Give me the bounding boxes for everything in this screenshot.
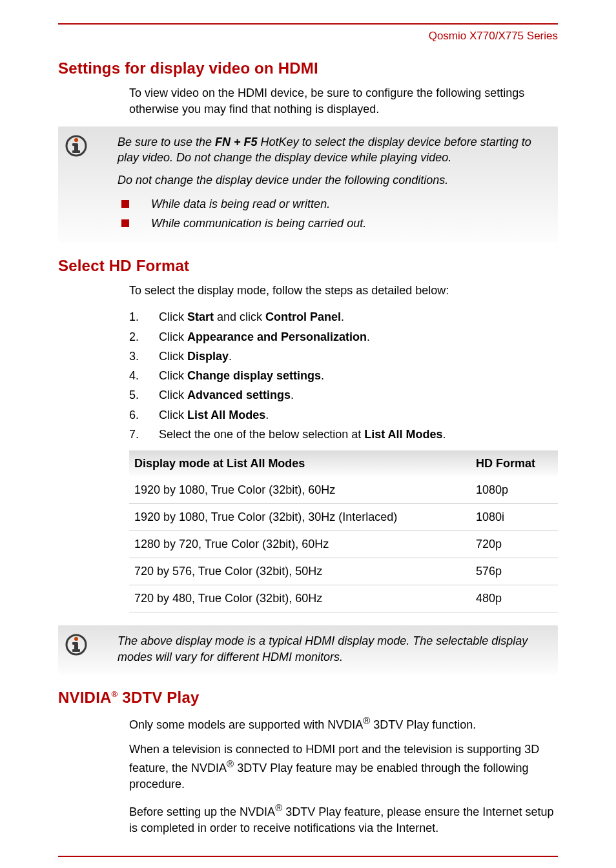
cell-format: 720p (471, 530, 558, 558)
cell-mode: 1920 by 1080, True Color (32bit), 30Hz (… (129, 503, 471, 530)
step-pre: Click (159, 330, 187, 343)
step-item: 6.Click List All Modes. (129, 405, 558, 425)
registered-icon: ® (227, 758, 234, 769)
step-suf: . (291, 389, 294, 401)
section3-p1: Only some models are supported with NVDI… (129, 714, 558, 733)
note1-p1-bold: FN + F5 (215, 136, 258, 148)
step-pre: Click (159, 350, 187, 363)
step-pre: Select the one of the below selection at (159, 428, 364, 441)
step-bold1: Advanced settings (187, 389, 291, 401)
step-pre: Click (159, 369, 187, 382)
top-rule (58, 23, 558, 25)
p1-post: 3DTV Play function. (370, 718, 476, 731)
step-item: 4.Click Change display settings. (129, 366, 558, 385)
step-num: 6. (129, 405, 149, 425)
step-num: 5. (129, 385, 149, 405)
step-suf: . (367, 330, 370, 343)
step-num: 4. (129, 366, 149, 385)
step-bold1: Appearance and Personalization (187, 330, 367, 343)
heading-pre: NVIDIA (58, 689, 112, 706)
table-row: 1280 by 720, True Color (32bit), 60Hz720… (129, 530, 558, 558)
cell-format: 1080p (471, 477, 558, 504)
step-num: 7. (129, 425, 149, 444)
note1-p1-pre: Be sure to use the (118, 136, 215, 148)
step-item: 2.Click Appearance and Personalization. (129, 327, 558, 347)
step-item: 7.Select the one of the below selection … (129, 425, 558, 444)
svg-point-1 (74, 138, 78, 142)
note1-item: While data is being read or written. (134, 195, 546, 214)
note1-list: While data is being read or written. Whi… (118, 195, 546, 233)
step-mid: and click (214, 310, 265, 323)
svg-rect-9 (72, 649, 80, 652)
step-bold1: List All Modes (364, 428, 442, 441)
table-row: 1920 by 1080, True Color (32bit), 30Hz (… (129, 503, 558, 530)
hd-format-table: Display mode at List All Modes HD Format… (129, 450, 558, 612)
step-item: 3.Click Display. (129, 347, 558, 366)
section2-intro: To select the display mode, follow the s… (129, 283, 558, 299)
note1-item: While communication is being carried out… (134, 214, 546, 234)
step-bold1: Display (187, 350, 229, 363)
table-header-mode: Display mode at List All Modes (129, 450, 471, 477)
step-suf: . (443, 428, 446, 441)
info-icon (63, 133, 89, 159)
step-pre: Click (159, 389, 187, 401)
section1-body: To view video on the HDMI device, be sur… (129, 85, 558, 117)
heading-select-hd-format: Select HD Format (58, 257, 558, 275)
step-num: 3. (129, 347, 149, 366)
step-bold2: Control Panel (265, 310, 341, 323)
note2-text: The above display mode is a typical HDMI… (118, 633, 546, 665)
step-suf: . (321, 369, 324, 382)
step-suf: . (341, 310, 344, 323)
heading-settings-hdmi: Settings for display video on HDMI (58, 59, 558, 77)
registered-icon: ® (275, 802, 282, 813)
step-bold1: List All Modes (187, 409, 265, 421)
note-box-1: Be sure to use the FN + F5 HotKey to sel… (58, 126, 558, 243)
p1-pre: Only some models are supported with NVDI… (129, 718, 363, 731)
registered-icon: ® (112, 689, 118, 699)
note1-p2: Do not change the display device under t… (118, 172, 546, 188)
step-num: 1. (129, 307, 149, 327)
table-row: 1920 by 1080, True Color (32bit), 60Hz10… (129, 477, 558, 504)
step-bold1: Change display settings (187, 369, 321, 382)
svg-rect-3 (72, 143, 77, 146)
bottom-rule (58, 856, 558, 857)
step-num: 2. (129, 327, 149, 347)
heading-nvidia-3dtv: NVIDIA® 3DTV Play (58, 689, 558, 707)
info-icon (63, 632, 89, 658)
svg-rect-8 (72, 642, 77, 645)
step-item: 1.Click Start and click Control Panel. (129, 307, 558, 327)
step-item: 5.Click Advanced settings. (129, 385, 558, 405)
cell-mode: 1280 by 720, True Color (32bit), 60Hz (129, 530, 471, 558)
step-pre: Click (159, 310, 187, 323)
cell-format: 480p (471, 585, 558, 612)
table-header-format: HD Format (471, 450, 558, 477)
note-box-2: The above display mode is a typical HDMI… (58, 625, 558, 674)
step-suf: . (229, 350, 232, 363)
p3-pre: Before setting up the NVDIA (129, 805, 275, 818)
cell-mode: 1920 by 1080, True Color (32bit), 60Hz (129, 477, 471, 504)
steps-list: 1.Click Start and click Control Panel. 2… (129, 307, 558, 444)
step-bold1: Start (187, 310, 214, 323)
cell-format: 1080i (471, 503, 558, 530)
table-row: 720 by 480, True Color (32bit), 60Hz480p (129, 585, 558, 612)
section3-p2: When a television is connected to HDMI p… (129, 742, 558, 792)
cell-format: 576p (471, 558, 558, 585)
svg-point-6 (74, 637, 78, 641)
cell-mode: 720 by 576, True Color (32bit), 50Hz (129, 558, 471, 585)
table-row: 720 by 576, True Color (32bit), 50Hz576p (129, 558, 558, 585)
note1-p1: Be sure to use the FN + F5 HotKey to sel… (118, 134, 546, 167)
heading-post: 3DTV Play (118, 689, 199, 706)
step-suf: . (265, 409, 269, 421)
section3-p3: Before setting up the NVDIA® 3DTV Play f… (129, 802, 558, 836)
step-pre: Click (159, 409, 187, 421)
series-header: Qosmio X770/X775 Series (58, 30, 558, 43)
cell-mode: 720 by 480, True Color (32bit), 60Hz (129, 585, 471, 612)
svg-rect-4 (72, 150, 80, 153)
registered-icon: ® (363, 715, 370, 726)
